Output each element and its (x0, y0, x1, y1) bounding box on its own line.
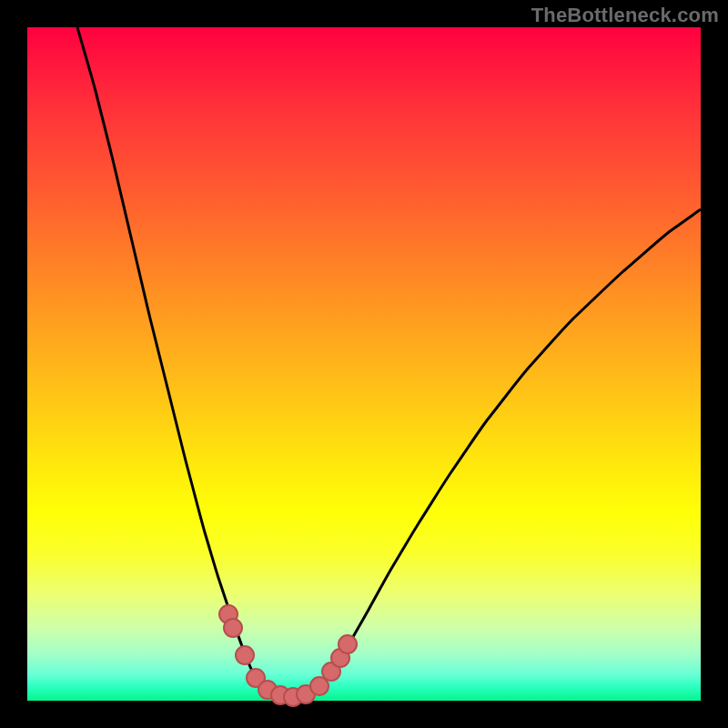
watermark-text: TheBottleneck.com (531, 4, 719, 27)
chart-frame: TheBottleneck.com (0, 0, 728, 728)
marker-dot (236, 646, 254, 664)
marker-dot (339, 635, 357, 653)
marker-group (219, 605, 357, 706)
curve-layer (27, 27, 701, 701)
marker-dot (224, 619, 242, 637)
bottleneck-curve (77, 27, 701, 697)
